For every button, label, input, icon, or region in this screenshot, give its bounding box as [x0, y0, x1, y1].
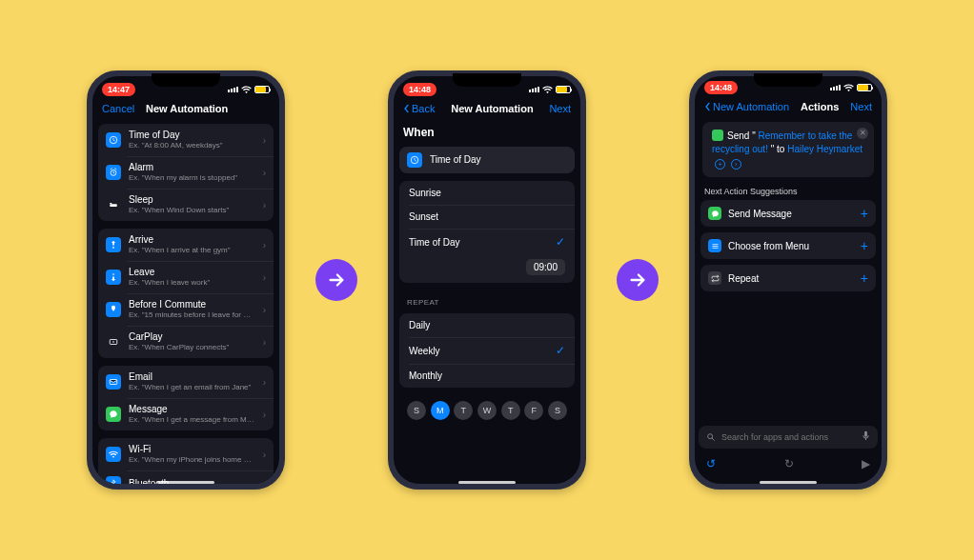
signal-icon: [529, 87, 539, 92]
time-option[interactable]: Time of Day✓: [399, 229, 575, 255]
time-option[interactable]: Sunrise: [399, 181, 575, 205]
notch: [152, 73, 220, 87]
weekday-toggle[interactable]: S: [407, 401, 426, 420]
repeat-option[interactable]: Weekly✓: [399, 337, 575, 364]
trigger-row-alarm[interactable]: AlarmEx. "When my alarm is stopped" ›: [98, 156, 274, 189]
trigger-title: Alarm: [129, 162, 255, 173]
suggestion-row[interactable]: Repeat +: [700, 265, 876, 291]
home-indicator[interactable]: [458, 481, 516, 484]
trigger-row-arrive[interactable]: ArriveEx. "When I arrive at the gym" ›: [98, 229, 274, 261]
trigger-row-clock[interactable]: Time of DayEx. "At 8:00 AM, weekdays" ›: [98, 124, 274, 156]
trigger-subtitle: Ex. "When I arrive at the gym": [129, 246, 255, 255]
trigger-row-message[interactable]: MessageEx. "When I get a message from Mo…: [98, 398, 274, 430]
run-button[interactable]: ▶: [862, 457, 870, 470]
add-suggestion-icon[interactable]: +: [861, 206, 868, 221]
to-label: to: [777, 144, 784, 154]
clock-icon: [106, 132, 121, 148]
chevron-right-icon: ›: [263, 168, 266, 178]
sleep-icon: [106, 197, 121, 212]
next-button[interactable]: Next: [549, 103, 571, 114]
redo-icon: ↻: [784, 457, 794, 470]
chevron-right-icon: ›: [263, 450, 266, 460]
back-button[interactable]: New Automation: [704, 101, 789, 112]
trigger-row-carplay[interactable]: CarPlayEx. "When CarPlay connects" ›: [98, 326, 274, 358]
dictation-icon[interactable]: [862, 430, 870, 444]
chevron-right-icon: ›: [263, 240, 266, 250]
phone-2: 14:48 Back New Automation Next When Time…: [388, 70, 586, 490]
bluetooth-icon: [106, 476, 121, 484]
messages-app-icon: [712, 130, 723, 141]
phone-3: 14:48 New Automation Actions Next ✕ Send: [689, 70, 887, 490]
option-label: Sunrise: [409, 188, 441, 198]
alarm-icon: [106, 165, 121, 180]
trigger-subtitle: Ex. "When Wind Down starts": [129, 206, 255, 215]
weekday-toggle[interactable]: W: [477, 401, 497, 420]
undo-icon[interactable]: ↺: [706, 457, 716, 470]
repeat-option[interactable]: Monthly: [399, 364, 575, 388]
trigger-subtitle: Ex. "When I leave work": [129, 278, 255, 288]
home-indicator[interactable]: [760, 481, 817, 484]
trigger-row-commute[interactable]: Before I CommuteEx. "15 minutes before I…: [98, 293, 274, 326]
weekday-picker: SMTWTFS: [399, 395, 575, 430]
carplay-icon: [106, 334, 121, 350]
weekday-toggle[interactable]: F: [524, 401, 543, 420]
message-icon: [708, 207, 721, 220]
add-suggestion-icon[interactable]: +: [861, 238, 868, 253]
phone-1: 14:47 Cancel New Automation Time of DayE…: [87, 70, 285, 490]
selected-trigger[interactable]: Time of Day: [399, 147, 575, 173]
trigger-row-sleep[interactable]: SleepEx. "When Wind Down starts" ›: [98, 189, 274, 221]
suggestion-label: Choose from Menu: [728, 241, 854, 251]
time-option[interactable]: Sunset: [399, 205, 575, 229]
svg-rect-11: [864, 431, 867, 437]
chevron-right-icon: ›: [263, 479, 266, 485]
svg-rect-3: [110, 203, 112, 204]
trigger-title: Wi-Fi: [129, 444, 255, 455]
suggestion-row[interactable]: Choose from Menu +: [700, 232, 876, 259]
time-value-chip[interactable]: 09:00: [526, 259, 565, 275]
trigger-row-email[interactable]: EmailEx. "When I get an email from Jane"…: [98, 366, 274, 398]
chevron-right-icon: ›: [263, 272, 266, 283]
status-time: 14:48: [704, 81, 738, 94]
email-icon: [106, 374, 121, 390]
status-time: 14:47: [102, 83, 135, 96]
option-label: Daily: [409, 320, 430, 330]
trigger-title: Email: [129, 371, 255, 383]
trigger-title: Sleep: [129, 194, 255, 206]
svg-point-5: [112, 273, 114, 275]
back-button[interactable]: Back: [403, 103, 435, 114]
option-label: Monthly: [409, 370, 442, 381]
suggestions-heading: Next Action Suggestions: [700, 187, 876, 200]
leave-icon: [106, 270, 121, 285]
expand-action-icon[interactable]: ›: [731, 159, 741, 170]
trigger-subtitle: Ex. "When my alarm is stopped": [129, 173, 255, 183]
search-input[interactable]: [721, 432, 856, 442]
nav-bar: Cancel New Automation: [92, 99, 279, 120]
next-button[interactable]: Next: [850, 101, 872, 112]
chevron-right-icon: ›: [263, 305, 266, 315]
add-suggestion-icon[interactable]: +: [861, 270, 868, 286]
trigger-row-wifi[interactable]: Wi-FiEx. "When my iPhone joins home Wi-F…: [98, 438, 274, 470]
trigger-title: Message: [129, 404, 255, 415]
add-recipient-icon[interactable]: +: [715, 159, 725, 170]
weekday-toggle[interactable]: T: [454, 401, 473, 420]
option-label: Time of Day: [409, 237, 460, 248]
trigger-subtitle: Ex. "15 minutes before I leave for work": [129, 310, 255, 320]
recipient-token[interactable]: Hailey Heymarket: [787, 144, 862, 154]
repeat-option[interactable]: Daily: [399, 313, 575, 337]
action-card[interactable]: ✕ Send " Remember to take the recycling …: [702, 122, 874, 178]
notch: [453, 73, 521, 87]
home-indicator[interactable]: [157, 481, 214, 484]
remove-action-icon[interactable]: ✕: [857, 128, 868, 139]
bottom-toolbar: ↺ ↻ ▶: [695, 452, 882, 484]
svg-point-10: [708, 434, 713, 439]
chevron-right-icon: ›: [263, 410, 266, 420]
weekday-toggle[interactable]: S: [548, 401, 567, 420]
weekday-toggle[interactable]: T: [501, 401, 520, 420]
repeat-label: REPEAT: [399, 290, 575, 310]
cancel-button[interactable]: Cancel: [102, 103, 134, 114]
trigger-row-leave[interactable]: LeaveEx. "When I leave work" ›: [98, 261, 274, 293]
search-field[interactable]: [699, 426, 878, 449]
weekday-toggle[interactable]: M: [431, 401, 450, 420]
suggestion-label: Repeat: [728, 273, 854, 284]
suggestion-row[interactable]: Send Message +: [700, 200, 876, 227]
